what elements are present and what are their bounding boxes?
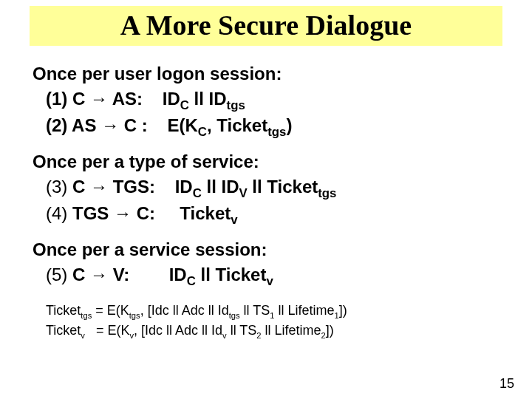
step-lhs: TGS — [72, 203, 114, 223]
section-label-3: Once per a service session: — [33, 239, 499, 260]
tk: = E(K — [85, 323, 130, 338]
msg-sub: v — [231, 213, 237, 227]
msg: ID — [163, 89, 180, 109]
step-rhs: AS: — [108, 89, 143, 109]
step-num: (4) — [46, 203, 72, 223]
msg: ll Ticket — [248, 177, 318, 197]
step-lhs: C — [72, 89, 90, 109]
step-lhs: AS — [72, 115, 101, 135]
gap — [143, 89, 163, 109]
msg: Ticket — [180, 203, 231, 223]
msg: ID — [169, 265, 187, 284]
msg: ll Ticket — [196, 265, 267, 284]
msg: ll ID — [189, 89, 227, 109]
tk: ll Lifetime — [275, 303, 335, 318]
ticket-definitions: Tickettgs = E(Ktgs, [Idc ll Adc ll Idtgs… — [46, 301, 499, 341]
step-num: (3) — [46, 177, 72, 197]
tk: Ticket — [46, 303, 81, 318]
arrow-icon: → — [90, 265, 108, 284]
tk: , [Idc ll Adc ll Id — [134, 323, 222, 338]
msg: E(K — [167, 115, 197, 135]
protocol-line-2: (2) AS → C : E(KC, Tickettgs) — [46, 114, 499, 140]
protocol-line-1: (1) C → AS: IDC ll IDtgs — [46, 87, 499, 114]
tk-sub: tgs — [229, 311, 240, 320]
tk: , [Idc ll Adc ll Id — [140, 303, 229, 318]
msg-sub: tgs — [267, 125, 286, 139]
tk: ll TS — [227, 323, 257, 338]
slide-title: A More Secure Dialogue — [30, 9, 502, 41]
tk: ]) — [339, 303, 347, 318]
msg: ll ID — [202, 177, 239, 197]
tk-sub: tgs — [129, 311, 140, 320]
tk: = E(K — [92, 303, 129, 318]
gap — [129, 265, 168, 284]
msg-sub: C — [198, 125, 207, 139]
msg-sub: tgs — [227, 98, 245, 112]
step-rhs: V: — [108, 265, 129, 284]
msg: ID — [175, 177, 193, 197]
page-number: 15 — [499, 376, 514, 392]
arrow-icon: → — [101, 115, 119, 135]
msg-sub: V — [239, 186, 247, 200]
protocol-line-3: (3) C → TGS: IDC ll IDV ll Tickettgs — [46, 175, 499, 202]
step-num: (1) — [46, 89, 72, 109]
step-rhs: C : — [119, 115, 148, 135]
step-lhs: C — [72, 265, 90, 284]
step-rhs: C: — [132, 203, 155, 223]
ticket-def-2: Ticketv = E(Kv, [Idc ll Adc ll Idv ll TS… — [46, 321, 499, 341]
tk: ll Lifetime — [262, 323, 321, 338]
msg-sub: v — [266, 274, 273, 288]
gap — [155, 177, 175, 197]
gap — [155, 203, 180, 223]
arrow-icon: → — [90, 89, 108, 109]
protocol-line-4: (4) TGS → C: Ticketv — [46, 202, 499, 228]
msg-sub: tgs — [318, 186, 336, 200]
step-rhs: TGS: — [108, 177, 155, 197]
step-lhs: C — [72, 177, 90, 197]
gap — [148, 115, 168, 135]
msg: , Ticket — [207, 115, 267, 135]
slide: A More Secure Dialogue Once per user log… — [0, 6, 532, 399]
ticket-def-1: Tickettgs = E(Ktgs, [Idc ll Adc ll Idtgs… — [46, 301, 499, 321]
section-label-1: Once per user logon session: — [33, 64, 499, 84]
tk: ]) — [326, 323, 334, 338]
msg: ) — [286, 115, 292, 135]
step-num: (5) — [46, 265, 72, 284]
tk-sub: tgs — [81, 311, 92, 320]
msg-sub: C — [180, 98, 189, 112]
arrow-icon: → — [114, 203, 132, 223]
section-label-2: Once per a type of service: — [33, 151, 499, 172]
arrow-icon: → — [90, 177, 108, 197]
protocol-line-5: (5) C → V: IDC ll Ticketv — [46, 263, 499, 290]
tk: Ticket — [46, 323, 81, 338]
tk: ll TS — [240, 303, 270, 318]
msg-sub: C — [187, 274, 196, 288]
msg-sub: C — [193, 186, 202, 200]
step-num: (2) — [46, 115, 72, 135]
title-band: A More Secure Dialogue — [30, 6, 502, 46]
slide-body: Once per user logon session: (1) C → AS:… — [0, 46, 532, 341]
